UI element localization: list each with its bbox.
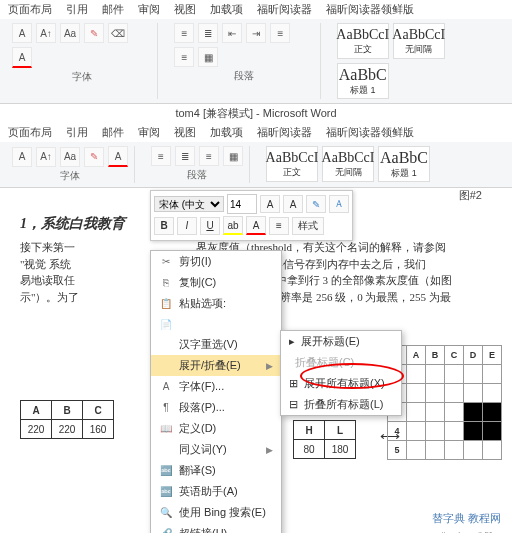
ctx-synonym[interactable]: 同义词(Y)▶ — [151, 439, 281, 460]
ctx-cut[interactable]: ✂剪切(I) — [151, 251, 281, 272]
font-icon: A — [159, 380, 173, 394]
paste-icon: 📋 — [159, 297, 173, 311]
shrink-font-icon[interactable]: A — [283, 195, 303, 213]
grid-right: ABCDE 1 2 3 4 5 — [387, 345, 502, 460]
ribbon-tabs-2: 页面布局 引用 邮件 审阅 视图 加载项 福昕阅读器 福昕阅读器领鲜版 — [0, 123, 512, 142]
align-icon[interactable]: ≡ — [199, 146, 219, 166]
font-grow-icon[interactable]: A↑ — [36, 147, 56, 167]
bullets-icon[interactable]: ≡ — [174, 23, 194, 43]
underline-button[interactable]: U — [200, 217, 220, 235]
numbering-icon[interactable]: ≣ — [175, 146, 195, 166]
ctx-paragraph[interactable]: ¶段落(P)... — [151, 397, 281, 418]
tab[interactable]: 加载项 — [210, 2, 243, 17]
tab[interactable]: 邮件 — [102, 125, 124, 140]
ctx-hyperlink[interactable]: 🔗超链接(H) — [151, 523, 281, 533]
group-label: 段落 — [187, 168, 207, 182]
styles-group: AaBbCcI正文 AaBbCcI无间隔 AaBbC标题 1 — [331, 23, 506, 99]
group-label: 段落 — [234, 69, 254, 83]
highlight-button[interactable]: ab — [223, 216, 243, 235]
expand-icon: ▸ — [289, 335, 295, 348]
tab[interactable]: 引用 — [66, 2, 88, 17]
expand-collapse-submenu: ▸展开标题(E) 折叠标题(C) ⊞展开所有标题(X) ⊟折叠所有标题(L) — [280, 330, 402, 416]
context-menu: ✂剪切(I) ⎘复制(C) 📋粘贴选项: 📄 汉字重选(V) 展开/折叠(E)▶… — [150, 250, 282, 533]
clear-format-icon[interactable]: ⌫ — [108, 23, 128, 43]
italic-button[interactable]: I — [177, 217, 197, 235]
tab[interactable]: 引用 — [66, 125, 88, 140]
font-family-select[interactable]: 宋体 (中文 — [154, 196, 224, 212]
sub-collapse-all[interactable]: ⊟折叠所有标题(L) — [281, 394, 401, 415]
font-color-icon[interactable]: A — [12, 47, 32, 68]
sub-expand-all[interactable]: ⊞展开所有标题(X) — [281, 373, 401, 394]
font-grow-icon[interactable]: A↑ — [36, 23, 56, 43]
align-button[interactable]: ≡ — [269, 217, 289, 235]
ctx-expand-collapse[interactable]: 展开/折叠(E)▶ — [151, 355, 281, 376]
styles-button[interactable]: 样式 — [292, 217, 324, 235]
table-left: ABC 220220160 — [20, 400, 114, 439]
font-group: A A↑ Aa ✎ ⌫ A 字体 — [6, 23, 158, 99]
expand-all-icon: ⊞ — [289, 377, 298, 390]
style-nospace[interactable]: AaBbCcI无间隔 — [322, 146, 374, 182]
numbering-icon[interactable]: ≣ — [198, 23, 218, 43]
search-icon: 🔍 — [159, 506, 173, 520]
ctx-paste-options: 📋粘贴选项: — [151, 293, 281, 314]
shading-icon[interactable]: ▦ — [198, 47, 218, 67]
sub-expand-heading[interactable]: ▸展开标题(E) — [281, 331, 401, 352]
ctx-chinese-font[interactable]: 汉字重选(V) — [151, 334, 281, 355]
link-icon: 🔗 — [159, 527, 173, 534]
table-mid: HL 80180 — [293, 420, 356, 459]
tab[interactable]: 审阅 — [138, 125, 160, 140]
style-normal[interactable]: AaBbCcI正文 — [337, 23, 389, 59]
tab[interactable]: 视图 — [174, 125, 196, 140]
group-label: 字体 — [72, 70, 92, 84]
grow-font-icon[interactable]: A — [260, 195, 280, 213]
tab[interactable]: 页面布局 — [8, 2, 52, 17]
indent-right-icon[interactable]: ⇥ — [246, 23, 266, 43]
tab[interactable]: 视图 — [174, 2, 196, 17]
font-group: A A↑ Aa ✎ A 字体 — [6, 146, 135, 183]
bold-button[interactable]: B — [154, 217, 174, 235]
sub-collapse-heading[interactable]: 折叠标题(C) — [281, 352, 401, 373]
window-title: tom4 [兼容模式] - Microsoft Word — [0, 104, 512, 123]
indent-left-icon[interactable]: ⇤ — [222, 23, 242, 43]
ctx-paste-keep[interactable]: 📄 — [151, 314, 281, 334]
font-size-input[interactable] — [227, 194, 257, 214]
style-heading1[interactable]: AaBbC标题 1 — [337, 63, 389, 99]
format-painter-icon[interactable]: ✎ — [306, 195, 326, 213]
font-size-icon[interactable]: A — [12, 23, 32, 43]
tab[interactable]: 福昕阅读器 — [257, 125, 312, 140]
chevron-right-icon: ▶ — [266, 361, 273, 371]
ctx-font[interactable]: A字体(F)... — [151, 376, 281, 397]
tab[interactable]: 邮件 — [102, 2, 124, 17]
font-case-icon[interactable]: Aa — [60, 147, 80, 167]
shading-icon[interactable]: ▦ — [223, 146, 243, 166]
highlight-icon[interactable]: ✎ — [84, 147, 104, 167]
copy-icon: ⎘ — [159, 276, 173, 290]
clipboard-icon: 📄 — [159, 317, 173, 331]
bullets-icon[interactable]: ≡ — [151, 146, 171, 166]
align-left-icon[interactable]: ≡ — [270, 23, 290, 43]
font-size-icon[interactable]: A — [12, 147, 32, 167]
book-icon: 📖 — [159, 422, 173, 436]
tab[interactable]: 页面布局 — [8, 125, 52, 140]
ctx-english[interactable]: 🔤英语助手(A) — [151, 481, 281, 502]
style-normal[interactable]: AaBbCcI正文 — [266, 146, 318, 182]
ctx-copy[interactable]: ⎘复制(C) — [151, 272, 281, 293]
ctx-bing[interactable]: 🔍使用 Bing 搜索(E) — [151, 502, 281, 523]
clear-format-icon[interactable]: Ａ — [329, 195, 349, 213]
tab[interactable]: 福昕阅读器 — [257, 2, 312, 17]
ctx-translate[interactable]: 🔤翻译(S) — [151, 460, 281, 481]
align-center-icon[interactable]: ≡ — [174, 47, 194, 67]
tab[interactable]: 审阅 — [138, 2, 160, 17]
highlight-icon[interactable]: ✎ — [84, 23, 104, 43]
tab[interactable]: 加载项 — [210, 125, 243, 140]
style-nospace[interactable]: AaBbCcI无间隔 — [393, 23, 445, 59]
group-label: 字体 — [60, 169, 80, 183]
style-heading1[interactable]: AaBbC标题 1 — [378, 146, 430, 182]
ctx-define[interactable]: 📖定义(D) — [151, 418, 281, 439]
tab[interactable]: 福昕阅读器领鲜版 — [326, 2, 414, 17]
tab[interactable]: 福昕阅读器领鲜版 — [326, 125, 414, 140]
font-case-icon[interactable]: Aa — [60, 23, 80, 43]
cut-icon: ✂ — [159, 255, 173, 269]
font-color-icon[interactable]: A — [108, 146, 128, 167]
font-color-button[interactable]: A — [246, 216, 266, 235]
